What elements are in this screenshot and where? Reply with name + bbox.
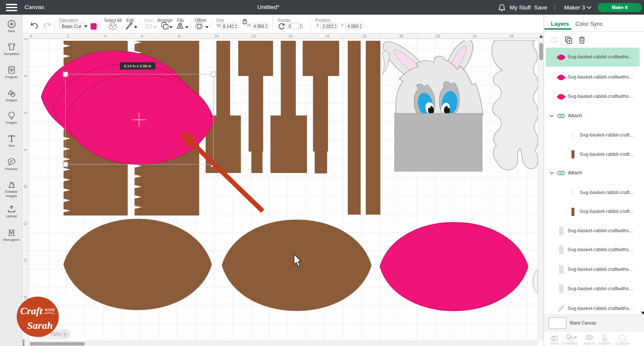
svg-text:6: 6 xyxy=(141,34,143,38)
svg-text:8.14 in x 4.96 in: 8.14 in x 4.96 in xyxy=(124,64,152,68)
svg-text:14: 14 xyxy=(289,34,293,38)
svg-text:WITH: WITH xyxy=(45,308,55,312)
svg-text:20: 20 xyxy=(399,34,404,38)
svg-text:10: 10 xyxy=(215,34,219,38)
svg-text:4: 4 xyxy=(23,75,27,77)
svg-text:14: 14 xyxy=(23,258,27,263)
svg-text:26: 26 xyxy=(510,34,514,38)
svg-text:2: 2 xyxy=(23,38,27,40)
svg-text:12: 12 xyxy=(252,34,256,38)
svg-text:24: 24 xyxy=(473,34,477,38)
svg-text:Craft: Craft xyxy=(20,305,43,316)
svg-text:Sarah: Sarah xyxy=(27,320,53,331)
svg-text:18: 18 xyxy=(362,34,367,38)
svg-text:0: 0 xyxy=(30,34,32,38)
svg-text:2: 2 xyxy=(67,34,70,38)
svg-text:6: 6 xyxy=(23,112,27,114)
svg-text:10: 10 xyxy=(23,185,27,189)
svg-text:8: 8 xyxy=(178,34,180,38)
svg-text:8: 8 xyxy=(23,149,27,151)
svg-text:4: 4 xyxy=(104,34,106,38)
svg-text:12: 12 xyxy=(23,222,27,226)
svg-text:16: 16 xyxy=(325,34,330,38)
svg-text:22: 22 xyxy=(436,34,440,38)
